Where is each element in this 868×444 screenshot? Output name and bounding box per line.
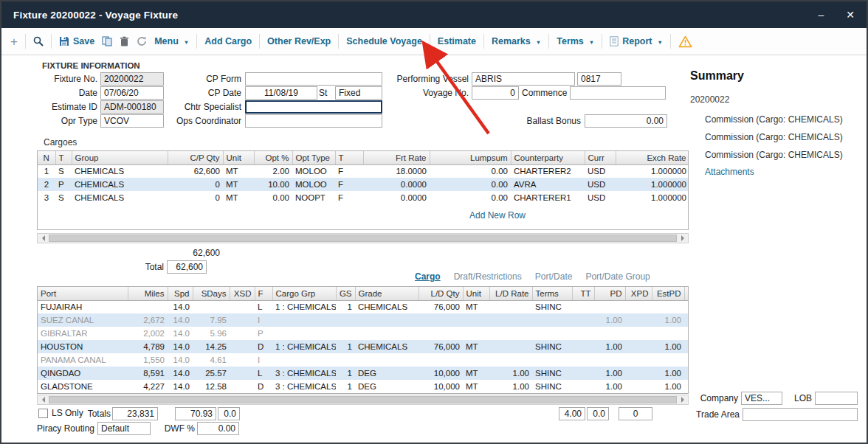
cargo-cell[interactable]: CHEMICALS xyxy=(72,191,168,204)
itinerary-cell[interactable]: CHEMICALS xyxy=(355,300,418,313)
itinerary-cell[interactable] xyxy=(594,300,625,313)
trade-area-field[interactable] xyxy=(743,408,858,421)
cargo-cell[interactable]: 18.0000 xyxy=(363,164,430,178)
itinerary-cell[interactable]: 7.95 xyxy=(193,313,230,327)
itinerary-cell[interactable]: 14.25 xyxy=(193,340,230,353)
itinerary-cell[interactable]: MT xyxy=(463,380,489,393)
itinerary-cell[interactable] xyxy=(489,313,532,327)
cargo-cell[interactable]: MOLOO xyxy=(292,164,335,178)
itinerary-cell[interactable]: CHEMICALS xyxy=(355,340,418,353)
itinerary-cell[interactable]: 14.0 xyxy=(168,353,193,367)
itinerary-cell[interactable]: 12.58 xyxy=(193,380,230,393)
itinerary-cell[interactable] xyxy=(463,313,489,327)
itinerary-cell[interactable] xyxy=(572,367,594,380)
itinerary-cell[interactable]: I xyxy=(255,313,272,327)
itinerary-cell[interactable]: 76,000 xyxy=(418,300,463,313)
refresh-button[interactable] xyxy=(137,36,147,46)
vessel-code-field[interactable]: 0817 xyxy=(577,72,621,86)
itinerary-cell[interactable]: 14.0 xyxy=(168,340,193,353)
ls-only-checkbox[interactable] xyxy=(38,409,48,418)
itinerary-cell[interactable] xyxy=(230,340,255,353)
itinerary-cell[interactable] xyxy=(336,353,355,367)
dwf-field[interactable]: 0.00 xyxy=(197,422,239,435)
itinerary-cell[interactable]: GIBRALTAR xyxy=(38,327,128,340)
itinerary-cell[interactable]: 76,000 xyxy=(418,340,463,353)
itinerary-cell[interactable] xyxy=(355,313,418,327)
lob-field[interactable] xyxy=(815,392,858,405)
itinerary-cell[interactable]: SHINC xyxy=(532,380,572,393)
menu-button[interactable]: Menu ▼ xyxy=(154,36,189,46)
itinerary-cell[interactable]: DEG xyxy=(355,367,418,380)
cargo-cell[interactable]: USD xyxy=(585,164,616,178)
cargo-cell[interactable]: 1 xyxy=(38,164,55,178)
itinerary-cell[interactable]: 14.0 xyxy=(168,300,193,313)
tab-port-date[interactable]: Port/Date xyxy=(535,271,573,282)
itinerary-cell[interactable] xyxy=(684,300,689,313)
itinerary-cell[interactable] xyxy=(684,313,689,327)
itinerary-cell[interactable] xyxy=(272,313,336,327)
itinerary-cell[interactable] xyxy=(336,313,355,327)
itinerary-cell[interactable]: 4,789 xyxy=(128,340,168,353)
cargo-cell[interactable]: USD xyxy=(585,191,616,204)
itinerary-cell[interactable] xyxy=(594,353,625,367)
performing-vessel-field[interactable]: ABRIS xyxy=(472,72,575,86)
itinerary-cell[interactable] xyxy=(230,353,255,367)
itinerary-row[interactable]: HOUSTON4,78914.014.25D1 : CHEMICALS1CHEM… xyxy=(38,340,689,353)
cargo-cell[interactable]: 0.0000 xyxy=(363,191,430,204)
itinerary-cell[interactable]: 10,000 xyxy=(418,380,463,393)
company-field[interactable]: VES... xyxy=(741,392,782,405)
cargo-cell[interactable]: 1.000000 xyxy=(616,164,689,178)
itinerary-cell[interactable] xyxy=(652,353,684,367)
cargo-cell[interactable]: MT xyxy=(223,164,254,178)
itinerary-cell[interactable]: PANAMA CANAL xyxy=(38,353,128,367)
itinerary-cell[interactable]: 1.00 xyxy=(652,380,684,393)
itinerary-cell[interactable] xyxy=(652,300,684,313)
itinerary-cell[interactable]: 3 : CHEMICALS xyxy=(272,380,336,393)
itinerary-cell[interactable] xyxy=(355,353,418,367)
cargo-cell[interactable]: 0 xyxy=(168,191,223,204)
itinerary-row[interactable]: GLADSTONE4,22714.012.58D3 : CHEMICALS1DE… xyxy=(38,380,689,393)
itinerary-cell[interactable]: FUJAIRAH xyxy=(38,300,128,313)
itinerary-cell[interactable]: MT xyxy=(463,300,489,313)
cargo-cell[interactable]: P xyxy=(55,178,72,191)
itinerary-cell[interactable] xyxy=(572,353,594,367)
itinerary-cell[interactable] xyxy=(625,353,652,367)
itinerary-cell[interactable] xyxy=(594,327,625,340)
itinerary-cell[interactable]: HOUSTON xyxy=(38,340,128,353)
cargo-cell[interactable]: 0.00 xyxy=(254,191,292,204)
cargo-row[interactable]: 2PCHEMICALS0MT10.00MOLOOF0.00000.00AVRAU… xyxy=(38,178,689,191)
terms-button[interactable]: Terms ▼ xyxy=(557,36,594,46)
itinerary-cell[interactable]: 14.0 xyxy=(168,380,193,393)
cargo-row[interactable]: 3SCHEMICALS0MT0.00NOOPTF0.00000.00CHARTE… xyxy=(38,191,689,204)
itinerary-cell[interactable]: MT xyxy=(463,340,489,353)
cargo-cell[interactable]: 10.00 xyxy=(254,178,292,191)
itinerary-cell[interactable]: 1 : CHEMICALS xyxy=(272,300,336,313)
cargo-grid-hscrollbar[interactable] xyxy=(37,233,689,243)
itinerary-cell[interactable] xyxy=(625,300,652,313)
itinerary-cell[interactable]: 2,672 xyxy=(128,313,168,327)
cargo-cell[interactable]: 62,600 xyxy=(168,164,223,178)
itinerary-cell[interactable] xyxy=(532,327,572,340)
itinerary-cell[interactable]: QINGDAO xyxy=(38,367,128,380)
tab-port-date-group[interactable]: Port/Date Group xyxy=(585,271,650,282)
search-button[interactable] xyxy=(33,36,44,46)
minimize-button[interactable]: – xyxy=(818,1,824,28)
itinerary-cell[interactable] xyxy=(625,327,652,340)
itinerary-cell[interactable] xyxy=(572,313,594,327)
itinerary-cell[interactable]: 14.0 xyxy=(168,313,193,327)
itinerary-cell[interactable]: D xyxy=(255,340,272,353)
cargo-total-field[interactable]: 62,600 xyxy=(167,260,207,274)
cargo-cell[interactable]: MT xyxy=(223,191,254,204)
itinerary-cell[interactable] xyxy=(572,327,594,340)
itinerary-cell[interactable] xyxy=(128,300,168,313)
scroll-left-icon[interactable] xyxy=(38,234,48,243)
itinerary-cell[interactable] xyxy=(272,327,336,340)
cargo-cell[interactable]: 0.00 xyxy=(430,178,511,191)
fixture-no-field[interactable]: 20200022 xyxy=(100,72,164,86)
cargo-cell[interactable]: 1.000000 xyxy=(616,191,689,204)
save-button[interactable]: Save xyxy=(59,36,94,46)
cargo-cell[interactable]: 2.00 xyxy=(254,164,292,178)
cp-date-field[interactable]: 11/08/19 xyxy=(245,86,317,100)
itinerary-cell[interactable] xyxy=(489,353,532,367)
itinerary-cell[interactable] xyxy=(230,367,255,380)
